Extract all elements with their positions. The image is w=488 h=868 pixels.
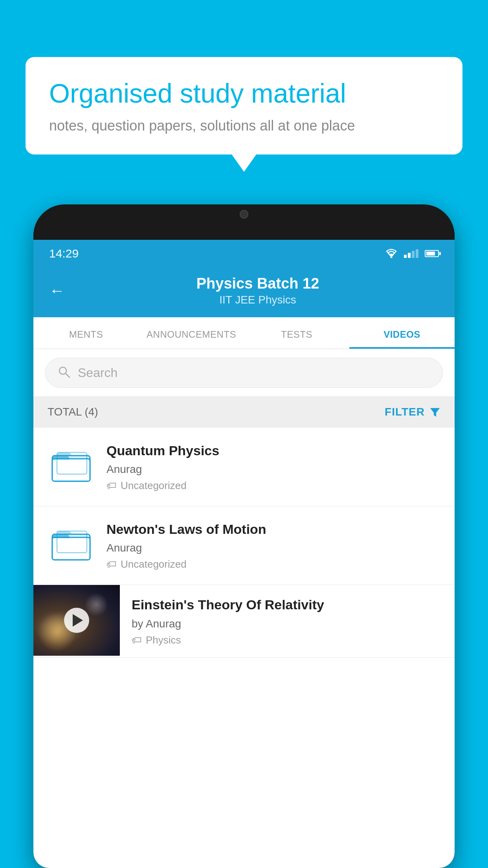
header-subtitle: IIT JEE Physics	[77, 294, 439, 306]
battery-icon	[425, 250, 439, 257]
phone-top-bezel	[33, 204, 455, 240]
video-title-newton: Newton's Laws of Motion	[106, 520, 440, 538]
signal-bars-icon	[404, 249, 418, 258]
svg-line-2	[66, 373, 70, 377]
speech-bubble-title: Organised study material	[49, 77, 439, 110]
einstein-title: Einstein's Theory Of Relativity	[132, 596, 444, 613]
search-container: Search	[33, 349, 455, 396]
speech-bubble-container: Organised study material notes, question…	[26, 57, 462, 154]
video-tag-newton: 🏷 Uncategorized	[106, 558, 440, 570]
search-bar[interactable]: Search	[45, 358, 443, 388]
folder-icon-newton	[51, 526, 91, 562]
search-input[interactable]: Search	[78, 366, 117, 380]
video-item-newton[interactable]: Newton's Laws of Motion Anurag 🏷 Uncateg…	[33, 506, 455, 585]
video-list: Quantum Physics Anurag 🏷 Uncategorized	[33, 428, 455, 658]
video-thumb-quantum	[48, 442, 95, 489]
phone-notch	[216, 204, 272, 223]
video-item-quantum[interactable]: Quantum Physics Anurag 🏷 Uncategorized	[33, 428, 455, 506]
video-info-newton: Newton's Laws of Motion Anurag 🏷 Uncateg…	[106, 520, 440, 570]
back-button[interactable]: ←	[49, 282, 65, 300]
svg-marker-3	[430, 408, 440, 417]
video-tag-label-quantum: Uncategorized	[121, 480, 187, 492]
app-header: ← Physics Batch 12 IIT JEE Physics	[33, 267, 455, 317]
filter-funnel-icon	[429, 406, 440, 417]
phone-frame: 14:29	[33, 204, 455, 868]
wifi-icon	[384, 248, 398, 259]
speech-bubble-subtitle: notes, question papers, solutions all at…	[49, 118, 439, 134]
header-title-group: Physics Batch 12 IIT JEE Physics	[77, 275, 439, 306]
video-tag-label-newton: Uncategorized	[121, 558, 187, 570]
einstein-tag-label: Physics	[146, 634, 181, 646]
phone-screen: 14:29	[33, 240, 455, 868]
tab-videos[interactable]: VIDEOS	[349, 317, 455, 349]
video-author-quantum: Anurag	[106, 463, 440, 476]
video-author-newton: Anurag	[106, 542, 440, 554]
tab-ments[interactable]: MENTS	[33, 317, 139, 349]
status-time: 14:29	[49, 247, 79, 260]
tab-announcements[interactable]: ANNOUNCEMENTS	[139, 317, 244, 349]
speech-bubble: Organised study material notes, question…	[26, 57, 462, 154]
video-tag-quantum: 🏷 Uncategorized	[106, 480, 440, 492]
svg-rect-6	[52, 459, 90, 481]
filter-button[interactable]: FILTER	[385, 406, 440, 418]
video-title-quantum: Quantum Physics	[106, 442, 440, 459]
tag-icon-quantum: 🏷	[106, 480, 117, 492]
orb-2	[84, 593, 108, 616]
svg-rect-10	[52, 537, 90, 560]
tag-icon-newton: 🏷	[106, 558, 117, 570]
einstein-author: by Anurag	[132, 618, 444, 630]
einstein-tag: 🏷 Physics	[132, 634, 444, 646]
filter-label: FILTER	[385, 406, 425, 418]
phone-camera	[240, 210, 248, 219]
video-item-einstein[interactable]: Einstein's Theory Of Relativity by Anura…	[33, 585, 455, 657]
play-triangle-icon	[73, 614, 83, 627]
svg-point-0	[391, 256, 393, 258]
search-icon	[57, 365, 71, 380]
tab-tests[interactable]: TESTS	[244, 317, 349, 349]
header-title: Physics Batch 12	[77, 275, 439, 292]
tag-icon-einstein: 🏷	[132, 634, 142, 646]
tab-bar: MENTS ANNOUNCEMENTS TESTS VIDEOS	[33, 317, 455, 349]
einstein-thumbnail	[33, 585, 120, 656]
folder-icon-quantum	[51, 448, 91, 483]
total-count-label: TOTAL (4)	[48, 406, 98, 418]
filter-bar: TOTAL (4) FILTER	[33, 396, 455, 428]
video-thumb-newton	[48, 520, 95, 568]
einstein-info: Einstein's Theory Of Relativity by Anura…	[120, 585, 455, 657]
status-icons	[384, 248, 439, 259]
play-button-einstein[interactable]	[64, 608, 89, 633]
status-bar: 14:29	[33, 240, 455, 267]
video-info-quantum: Quantum Physics Anurag 🏷 Uncategorized	[106, 442, 440, 492]
